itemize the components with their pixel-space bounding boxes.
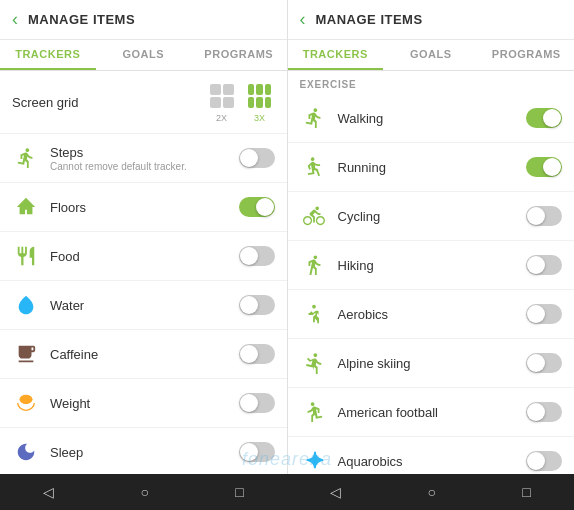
weight-toggle[interactable] <box>239 393 275 413</box>
caffeine-name: Caffeine <box>50 347 239 362</box>
water-toggle[interactable] <box>239 295 275 315</box>
grid-2x-label: 2X <box>216 113 227 123</box>
exercise-section-label: EXERCISE <box>288 71 575 94</box>
right-tab-programs[interactable]: PROGRAMS <box>479 40 575 70</box>
grid-3x-option[interactable]: 3X <box>245 81 275 123</box>
weight-icon <box>12 389 40 417</box>
sleep-icon <box>12 438 40 466</box>
skiing-toggle[interactable] <box>526 353 562 373</box>
floors-text: Floors <box>50 200 239 215</box>
left-back-nav[interactable]: ◁ <box>33 480 64 504</box>
hiking-toggle[interactable] <box>526 255 562 275</box>
left-back-button[interactable]: ‹ <box>12 9 18 30</box>
right-recent-nav[interactable]: □ <box>512 480 540 504</box>
left-content: Screen grid 2X 3X <box>0 71 287 474</box>
food-name: Food <box>50 249 239 264</box>
left-tab-trackers[interactable]: TRACKERS <box>0 40 96 70</box>
cycling-toggle[interactable] <box>526 206 562 226</box>
list-item: Alpine skiing <box>288 339 575 388</box>
walking-icon <box>300 104 328 132</box>
left-screen: ‹ MANAGE ITEMS TRACKERS GOALS PROGRAMS S… <box>0 0 288 474</box>
list-item: Hiking <box>288 241 575 290</box>
left-title: MANAGE ITEMS <box>28 12 135 27</box>
list-item: Floors <box>0 183 287 232</box>
sleep-toggle[interactable] <box>239 442 275 462</box>
aquarobics-toggle[interactable] <box>526 451 562 471</box>
grid-options: 2X 3X <box>207 81 275 123</box>
list-item: Sleep <box>0 428 287 474</box>
grid-2x-option[interactable]: 2X <box>207 81 237 123</box>
running-toggle[interactable] <box>526 157 562 177</box>
left-nav: ◁ ○ □ <box>0 474 287 510</box>
steps-text: Steps Cannot remove default tracker. <box>50 145 239 172</box>
aerobics-toggle[interactable] <box>526 304 562 324</box>
left-recent-nav[interactable]: □ <box>225 480 253 504</box>
left-tab-programs[interactable]: PROGRAMS <box>191 40 287 70</box>
walking-name: Walking <box>338 111 527 126</box>
football-name: American football <box>338 405 527 420</box>
football-toggle[interactable] <box>526 402 562 422</box>
aerobics-text: Aerobics <box>338 307 527 322</box>
food-toggle[interactable] <box>239 246 275 266</box>
aquarobics-icon <box>300 447 328 474</box>
water-icon <box>12 291 40 319</box>
left-header: ‹ MANAGE ITEMS <box>0 0 287 40</box>
list-item: Weight <box>0 379 287 428</box>
sleep-name: Sleep <box>50 445 239 460</box>
water-name: Water <box>50 298 239 313</box>
running-text: Running <box>338 160 527 175</box>
steps-toggle[interactable] <box>239 148 275 168</box>
caffeine-text: Caffeine <box>50 347 239 362</box>
screen-grid-label: Screen grid <box>12 95 207 110</box>
hiking-icon <box>300 251 328 279</box>
walking-toggle[interactable] <box>526 108 562 128</box>
steps-name: Steps <box>50 145 239 160</box>
right-tabs: TRACKERS GOALS PROGRAMS <box>288 40 575 71</box>
grid-3x-icon <box>245 81 275 111</box>
running-name: Running <box>338 160 527 175</box>
walking-text: Walking <box>338 111 527 126</box>
left-home-nav[interactable]: ○ <box>131 480 159 504</box>
floors-name: Floors <box>50 200 239 215</box>
right-tab-goals[interactable]: GOALS <box>383 40 479 70</box>
food-icon <box>12 242 40 270</box>
right-nav: ◁ ○ □ <box>287 474 574 510</box>
caffeine-icon <box>12 340 40 368</box>
steps-sub: Cannot remove default tracker. <box>50 161 239 172</box>
right-tab-trackers[interactable]: TRACKERS <box>288 40 384 70</box>
floors-toggle[interactable] <box>239 197 275 217</box>
football-icon <box>300 398 328 426</box>
skiing-name: Alpine skiing <box>338 356 527 371</box>
hiking-text: Hiking <box>338 258 527 273</box>
screen-grid-row: Screen grid 2X 3X <box>0 71 287 134</box>
list-item: Cycling <box>288 192 575 241</box>
list-item: American football <box>288 388 575 437</box>
list-item: Running <box>288 143 575 192</box>
list-item: Aerobics <box>288 290 575 339</box>
steps-icon <box>12 144 40 172</box>
list-item: Water <box>0 281 287 330</box>
cycling-text: Cycling <box>338 209 527 224</box>
sleep-text: Sleep <box>50 445 239 460</box>
left-tab-goals[interactable]: GOALS <box>96 40 192 70</box>
list-item: Caffeine <box>0 330 287 379</box>
skiing-icon <box>300 349 328 377</box>
skiing-text: Alpine skiing <box>338 356 527 371</box>
grid-2x-icon <box>207 81 237 111</box>
right-back-button[interactable]: ‹ <box>300 9 306 30</box>
right-back-nav[interactable]: ◁ <box>320 480 351 504</box>
right-screen: ‹ MANAGE ITEMS TRACKERS GOALS PROGRAMS E… <box>288 0 575 474</box>
weight-text: Weight <box>50 396 239 411</box>
aquarobics-text: Aquarobics <box>338 454 527 469</box>
list-item: Walking <box>288 94 575 143</box>
caffeine-toggle[interactable] <box>239 344 275 364</box>
svg-point-1 <box>312 305 316 309</box>
water-text: Water <box>50 298 239 313</box>
left-tabs: TRACKERS GOALS PROGRAMS <box>0 40 287 71</box>
cycling-name: Cycling <box>338 209 527 224</box>
floors-icon <box>12 193 40 221</box>
right-home-nav[interactable]: ○ <box>418 480 446 504</box>
right-content: EXERCISE Walking Running <box>288 71 575 474</box>
aerobics-name: Aerobics <box>338 307 527 322</box>
aquarobics-name: Aquarobics <box>338 454 527 469</box>
